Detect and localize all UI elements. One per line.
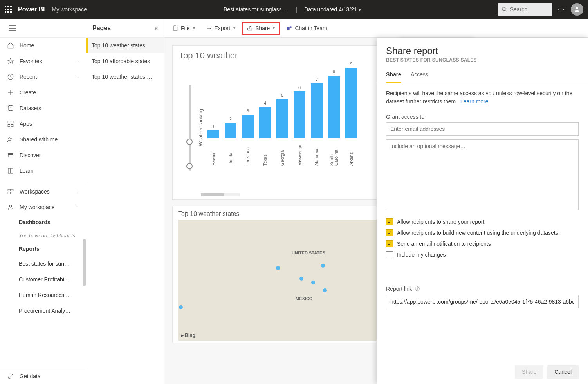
grant-access-label: Grant access to — [386, 114, 579, 120]
data-refresh-status[interactable]: Data updated 4/13/21▾ — [304, 6, 361, 13]
svg-point-21 — [9, 205, 12, 207]
map-label-us: UNITED STATES — [292, 250, 325, 255]
file-icon — [172, 25, 179, 31]
bar[interactable]: 3Louisiana — [241, 109, 255, 166]
report-link[interactable]: Best states for sun… — [0, 256, 86, 272]
pages-title: Pages — [92, 25, 111, 32]
bar[interactable]: 7Alabama — [310, 77, 324, 166]
report-link[interactable]: Human Resources … — [0, 287, 86, 303]
nav-my-workspace[interactable]: My workspace⌃ — [0, 199, 86, 215]
nav-workspaces[interactable]: Workspaces› — [0, 184, 86, 199]
panel-subtitle: BEST STATES FOR SUNGLASS SALES — [386, 57, 579, 63]
report-link[interactable]: Customer Profitabi… — [0, 272, 86, 287]
global-search[interactable]: Search — [498, 3, 552, 16]
nav-get-data[interactable]: Get data — [0, 368, 86, 384]
share-info-text: Recipients will have the same access as … — [386, 89, 579, 106]
svg-point-9 — [8, 105, 13, 107]
nav-recent[interactable]: Recent› — [0, 69, 86, 85]
nav-apps[interactable]: Apps — [0, 116, 86, 132]
teams-icon — [286, 25, 292, 31]
share-icon — [247, 25, 253, 31]
email-field[interactable] — [386, 122, 579, 136]
search-icon — [501, 7, 507, 12]
page-tab[interactable]: Top 10 weather states … — [86, 69, 164, 85]
nav-toggle[interactable] — [0, 19, 86, 38]
page-tab[interactable]: Top 10 affordable states — [86, 53, 164, 69]
svg-rect-18 — [8, 189, 10, 191]
svg-rect-10 — [8, 121, 10, 123]
svg-point-0 — [502, 7, 505, 11]
nav-create[interactable]: Create — [0, 85, 86, 100]
file-menu[interactable]: File▾ — [168, 22, 200, 35]
nav-home[interactable]: Home — [0, 38, 86, 53]
svg-point-15 — [11, 138, 13, 139]
nav-datasets[interactable]: Datasets — [0, 100, 86, 116]
app-launcher-icon[interactable] — [5, 6, 12, 13]
bar[interactable]: 1Hawaii — [206, 124, 220, 166]
no-dashboards-text: You have no dashboards — [0, 229, 86, 242]
svg-rect-19 — [11, 189, 13, 191]
collapse-pages-icon[interactable]: « — [155, 25, 158, 31]
chevron-right-icon: › — [77, 59, 79, 63]
share-report-panel: Share report BEST STATES FOR SUNGLASS SA… — [377, 38, 588, 384]
learn-more-link[interactable]: Learn more — [460, 98, 489, 105]
export-icon — [206, 25, 212, 31]
message-field[interactable] — [386, 139, 579, 210]
checkbox-allow-share[interactable]: Allow recipients to share your report — [386, 218, 579, 225]
panel-title: Share report — [386, 45, 579, 56]
star-icon — [7, 58, 14, 65]
share-menu-button[interactable]: Share▾ — [242, 22, 280, 35]
get-data-icon — [7, 373, 14, 380]
scrollbar-thumb[interactable] — [83, 239, 86, 286]
bar[interactable]: 4Texas — [258, 101, 272, 166]
svg-point-14 — [9, 138, 11, 139]
svg-point-2 — [576, 7, 578, 9]
people-icon — [7, 136, 14, 143]
checkbox-allow-build[interactable]: Allow recipients to build new content us… — [386, 229, 579, 236]
chevron-up-icon: ⌃ — [75, 205, 79, 210]
nav-favorites[interactable]: Favorites› — [0, 53, 86, 69]
nav-discover[interactable]: Discover — [0, 147, 86, 163]
svg-rect-11 — [11, 121, 13, 123]
cancel-button[interactable]: Cancel — [547, 365, 579, 379]
report-title[interactable]: Best states for sunglass … — [224, 6, 289, 13]
bar[interactable]: 9Arkans — [344, 62, 358, 166]
more-options-icon[interactable]: ··· — [558, 6, 565, 13]
page-tab[interactable]: Top 10 weather states — [86, 38, 164, 53]
svg-line-1 — [505, 10, 506, 12]
share-button[interactable]: Share — [515, 365, 543, 379]
range-slider[interactable] — [189, 85, 191, 171]
svg-rect-12 — [8, 125, 10, 127]
report-link-field[interactable] — [386, 295, 579, 308]
plus-icon — [7, 89, 14, 96]
tab-share[interactable]: Share — [386, 67, 401, 83]
home-icon — [7, 42, 14, 49]
left-navigation: Home Favorites› Recent› Create Datasets … — [0, 19, 86, 384]
info-icon[interactable] — [415, 286, 420, 292]
export-menu[interactable]: Export▾ — [201, 22, 240, 35]
svg-rect-22 — [287, 27, 290, 30]
checkbox-send-email[interactable]: Send an email notification to recipients — [386, 240, 579, 247]
separator: | — [296, 6, 297, 13]
bar[interactable]: 6Mississippi — [292, 85, 307, 166]
y-axis-label: Weather ranking — [198, 109, 204, 146]
bar[interactable]: 8South Carolina — [327, 69, 341, 166]
workspace-icon — [7, 188, 14, 195]
map-label-mx: MEXICO — [296, 296, 312, 301]
bar[interactable]: 5Georgia — [275, 93, 289, 166]
tab-access[interactable]: Access — [411, 67, 428, 83]
chat-teams-button[interactable]: Chat in Team — [281, 22, 332, 35]
workspace-breadcrumb[interactable]: My workspace — [52, 6, 87, 13]
user-avatar[interactable] — [571, 3, 583, 16]
nav-learn[interactable]: Learn — [0, 163, 86, 179]
chart-horizontal-scroll[interactable] — [201, 193, 240, 196]
nav-shared[interactable]: Shared with me — [0, 132, 86, 147]
svg-rect-16 — [8, 154, 13, 157]
clock-icon — [7, 73, 14, 80]
checkbox-include-changes[interactable]: Include my changes — [386, 251, 579, 258]
person-icon — [7, 204, 14, 211]
discover-icon — [7, 152, 14, 159]
report-link[interactable]: Procurement Analy… — [0, 303, 86, 319]
bar[interactable]: 2Florida — [224, 116, 238, 166]
reports-header: Reports — [0, 242, 86, 256]
